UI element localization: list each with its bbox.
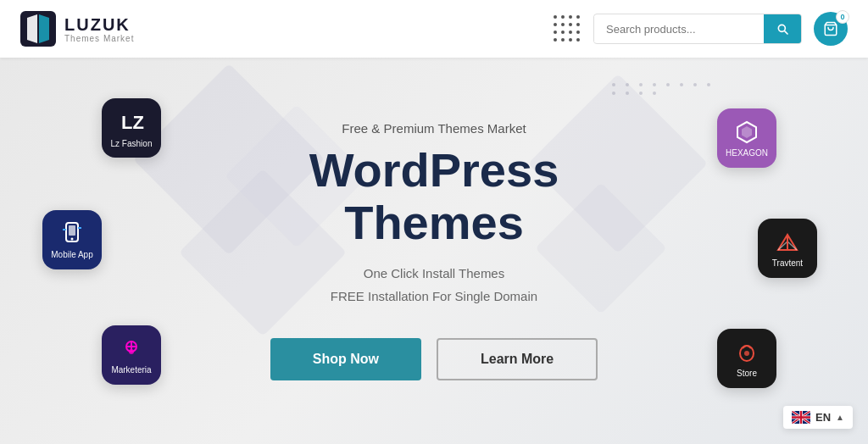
language-code: EN — [815, 411, 831, 424]
flag-icon — [792, 411, 810, 424]
hexagon-icon — [734, 119, 760, 145]
logo-subtitle: Themes Market — [64, 34, 134, 43]
cart-icon — [823, 21, 838, 36]
cart-badge: 0 — [836, 10, 849, 24]
logo-name: LUZUK — [64, 15, 134, 34]
logo-text: LUZUK Themes Market — [64, 15, 134, 43]
logo[interactable]: LUZUK Themes Market — [20, 11, 134, 47]
grid-dots-icon[interactable] — [554, 15, 581, 43]
card-travtent-label: Travtent — [772, 258, 803, 268]
svg-marker-1 — [27, 14, 37, 43]
card-market-label: Marketeria — [111, 365, 151, 375]
hero-title-line2: Themes — [344, 196, 524, 249]
header: LUZUK Themes Market 0 — [0, 0, 868, 58]
hero-content: Free & Premium Themes Market WordPress T… — [270, 121, 598, 380]
hero-title: WordPress Themes — [270, 144, 598, 248]
learn-more-button[interactable]: Learn More — [437, 338, 598, 380]
svg-text:LZ: LZ — [121, 112, 144, 133]
card-hexagon-label: HEXAGON — [726, 148, 768, 158]
cart-button[interactable]: 0 — [814, 12, 848, 46]
travtent-icon — [775, 230, 800, 255]
search-input[interactable] — [594, 16, 764, 42]
card-lz-label: Lz Fashion — [111, 139, 153, 148]
logo-icon — [20, 11, 56, 47]
search-wrapper — [593, 14, 802, 44]
marketeria-icon — [119, 336, 144, 362]
card-store[interactable]: Store — [717, 329, 776, 388]
svg-rect-0 — [20, 11, 56, 47]
hero-buttons: Shop Now Learn More — [270, 338, 598, 380]
svg-marker-2 — [39, 14, 49, 43]
hero-desc-line1: One Click Install Themes — [364, 266, 504, 280]
hero-title-line1: WordPress — [309, 143, 559, 197]
mobile-app-icon — [59, 221, 85, 247]
card-mobile-label: Mobile App — [51, 250, 92, 259]
shop-now-button[interactable]: Shop Now — [270, 338, 421, 380]
card-hexagon[interactable]: HEXAGON — [717, 108, 776, 168]
search-icon — [776, 22, 789, 36]
svg-rect-6 — [69, 225, 75, 236]
hero-description: One Click Install Themes FREE Installati… — [270, 262, 598, 308]
hero-desc-line2: FREE Installation For Single Domain — [331, 289, 537, 303]
header-right: 0 — [554, 12, 848, 46]
chevron-down-icon: ▲ — [836, 413, 844, 422]
search-button[interactable] — [764, 14, 801, 43]
card-store-label: Store — [737, 369, 757, 378]
svg-point-14 — [744, 351, 749, 356]
language-selector[interactable]: EN ▲ — [783, 406, 853, 429]
lz-fashion-icon: LZ — [118, 108, 145, 136]
card-marketeria[interactable]: Marketeria — [102, 325, 161, 385]
card-lz-fashion[interactable]: LZ Lz Fashion — [102, 98, 161, 158]
card-travtent[interactable]: Travtent — [758, 219, 817, 278]
svg-marker-11 — [742, 126, 752, 138]
card-mobile-app[interactable]: Mobile App — [42, 210, 102, 269]
hero-section: LZ Lz Fashion Mobile App Marketeria Free… — [0, 58, 868, 444]
svg-point-7 — [71, 237, 74, 240]
svg-point-9 — [129, 349, 134, 354]
store-icon — [734, 340, 760, 365]
hero-subtitle: Free & Premium Themes Market — [270, 121, 598, 136]
